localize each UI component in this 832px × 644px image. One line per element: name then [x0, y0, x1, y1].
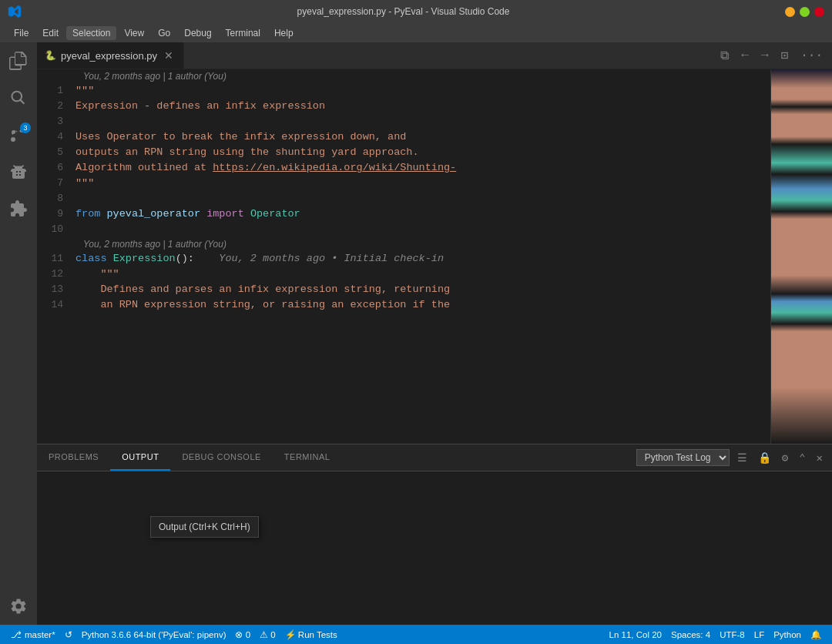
- tab-pyeval-expression[interactable]: 🐍 pyeval_expression.py ✕: [37, 42, 184, 69]
- panel-area: PROBLEMS OUTPUT DEBUG CONSOLE TERMINAL P…: [37, 444, 832, 625]
- minimize-button[interactable]: ─: [785, 7, 795, 17]
- activity-settings[interactable]: [0, 588, 37, 625]
- tab-file-icon: 🐍: [45, 50, 56, 61]
- code-line-9: 9 from pyeval_operator import Operator: [37, 206, 770, 222]
- code-line-13: 13 Defines and parses an infix expressio…: [37, 282, 770, 297]
- split-editor-button[interactable]: ⧉: [717, 47, 732, 65]
- status-position[interactable]: Ln 11, Col 20: [605, 625, 666, 644]
- title-bar: pyeval_expression.py - PyEval - Visual S…: [0, 0, 832, 23]
- menu-go[interactable]: Go: [152, 26, 176, 40]
- settings-icon: [9, 597, 28, 615]
- minimap: [770, 69, 832, 444]
- code-line-10: 10: [37, 222, 770, 237]
- activity-explorer[interactable]: [0, 42, 37, 79]
- spaces-label: Spaces: 4: [671, 630, 710, 639]
- files-icon: [9, 52, 28, 70]
- panel-tabs: PROBLEMS OUTPUT DEBUG CONSOLE TERMINAL P…: [37, 444, 832, 471]
- status-language[interactable]: Python: [769, 625, 806, 644]
- lock-output-button[interactable]: 🔒: [755, 450, 774, 466]
- python-env-label: Python 3.6.6 64-bit ('PyEval': pipenv): [82, 630, 226, 639]
- code-area[interactable]: You, 2 months ago | 1 author (You) 1 """…: [37, 69, 770, 444]
- menu-help[interactable]: Help: [268, 26, 300, 40]
- status-sync[interactable]: ↺: [60, 625, 77, 644]
- menu-selection[interactable]: Selection: [66, 26, 116, 40]
- code-line-12: 12 """: [37, 267, 770, 282]
- branch-name: master*: [25, 630, 55, 639]
- code-line-5: 5 outputs an RPN string using the shunti…: [37, 145, 770, 160]
- activity-extensions[interactable]: [0, 190, 37, 227]
- bell-icon: 🔔: [810, 629, 821, 640]
- tab-actions: ⧉ ← → ⊡ ···: [711, 42, 832, 69]
- status-errors[interactable]: ⊗ 0: [230, 625, 255, 644]
- navigate-forward-button[interactable]: →: [758, 47, 772, 64]
- menu-debug[interactable]: Debug: [178, 26, 217, 40]
- status-bell[interactable]: 🔔: [806, 625, 826, 644]
- git-annotation-1: You, 2 months ago | 1 author (You): [37, 69, 770, 83]
- panel-content: [37, 471, 832, 625]
- editor-area: 🐍 pyeval_expression.py ✕ ⧉ ← → ⊡ ··· You…: [37, 42, 832, 444]
- code-line-11: 11 class Expression(): You, 2 months ago…: [37, 251, 770, 267]
- source-control-badge: 3: [20, 122, 31, 133]
- code-line-3: 3: [37, 114, 770, 129]
- run-tests-label: ⚡ Run Tests: [285, 629, 337, 640]
- activity-source-control[interactable]: 3: [0, 116, 37, 153]
- output-channel-select[interactable]: Python Test Log Python Git: [636, 449, 730, 466]
- git-annotation-2: You, 2 months ago | 1 author (You): [37, 237, 770, 251]
- status-warnings[interactable]: ⚠ 0: [255, 625, 280, 644]
- editor-content: You, 2 months ago | 1 author (You) 1 """…: [37, 69, 832, 444]
- sync-icon: ↺: [65, 629, 72, 640]
- output-settings-button[interactable]: ⚙: [779, 450, 791, 466]
- code-line-14: 14 an RPN expression string, or raising …: [37, 297, 770, 313]
- menu-view[interactable]: View: [118, 26, 150, 40]
- maximize-panel-button[interactable]: ⌃: [796, 450, 808, 466]
- activity-debug[interactable]: [0, 153, 37, 190]
- extensions-icon: [9, 200, 28, 218]
- line-ending-label: LF: [754, 630, 764, 639]
- minimap-content: [771, 69, 832, 444]
- status-spaces[interactable]: Spaces: 4: [666, 625, 715, 644]
- clear-output-button[interactable]: ☰: [734, 450, 750, 466]
- panel-tab-debug-console[interactable]: DEBUG CONSOLE: [170, 444, 272, 471]
- activity-bar-bottom: [0, 588, 37, 625]
- search-icon: [9, 89, 28, 107]
- warnings-label: ⚠ 0: [260, 629, 276, 640]
- title-bar-controls: ─ □ ✕: [785, 7, 824, 17]
- menu-bar: File Edit Selection View Go Debug Termin…: [0, 23, 832, 42]
- window-title: pyeval_expression.py - PyEval - Visual S…: [22, 6, 785, 17]
- code-line-2: 2 Expression - defines an infix expressi…: [37, 99, 770, 114]
- main-layout: 3 🐍 pyeval: [0, 42, 832, 625]
- position-label: Ln 11, Col 20: [609, 630, 662, 639]
- tab-close-button[interactable]: ✕: [162, 49, 176, 62]
- navigate-back-button[interactable]: ←: [738, 47, 752, 64]
- panel-tab-terminal[interactable]: TERMINAL: [273, 444, 342, 471]
- activity-search[interactable]: [0, 79, 37, 116]
- activity-bar: 3: [0, 42, 37, 625]
- more-actions-button[interactable]: ···: [797, 47, 826, 64]
- editor-panel-column: 🐍 pyeval_expression.py ✕ ⧉ ← → ⊡ ··· You…: [37, 42, 832, 625]
- encoding-label: UTF-8: [720, 630, 745, 639]
- menu-file[interactable]: File: [8, 26, 35, 40]
- panel-tab-output[interactable]: OUTPUT: [110, 444, 170, 471]
- code-line-6: 6 Algorithm outlined at https://en.wikip…: [37, 160, 770, 176]
- maximize-button[interactable]: □: [800, 7, 810, 17]
- status-encoding[interactable]: UTF-8: [715, 625, 750, 644]
- close-button[interactable]: ✕: [814, 7, 824, 17]
- errors-label: ⊗ 0: [235, 629, 250, 640]
- code-line-7: 7 """: [37, 176, 770, 191]
- panel-tab-problems[interactable]: PROBLEMS: [37, 444, 110, 471]
- status-branch[interactable]: ⎇ master*: [6, 625, 60, 644]
- debug-icon: [9, 163, 28, 181]
- menu-edit[interactable]: Edit: [36, 26, 65, 40]
- status-bar: ⎇ master* ↺ Python 3.6.6 64-bit ('PyEval…: [0, 625, 832, 644]
- close-panel-button[interactable]: ✕: [814, 450, 826, 466]
- tab-label: pyeval_expression.py: [61, 50, 157, 62]
- vscode-logo: [8, 5, 22, 18]
- status-python-env[interactable]: Python 3.6.6 64-bit ('PyEval': pipenv): [77, 625, 231, 644]
- code-line-8: 8: [37, 191, 770, 206]
- status-line-ending[interactable]: LF: [750, 625, 769, 644]
- status-run-tests[interactable]: ⚡ Run Tests: [280, 625, 342, 644]
- menu-terminal[interactable]: Terminal: [220, 26, 267, 40]
- code-line-1: 1 """: [37, 83, 770, 99]
- layout-button[interactable]: ⊡: [778, 46, 792, 65]
- language-label: Python: [773, 630, 801, 639]
